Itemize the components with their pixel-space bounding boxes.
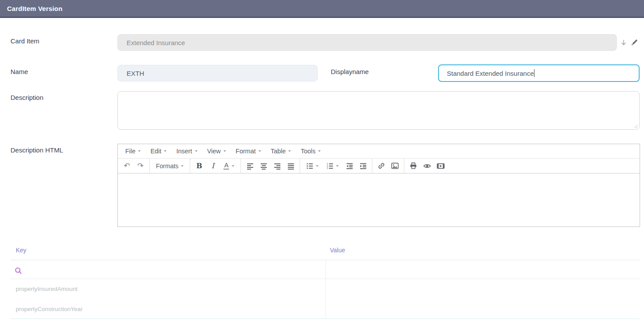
redo-icon: ↷ <box>137 162 143 170</box>
text-color-icon: A <box>223 162 229 170</box>
menu-table[interactable]: Table <box>266 144 296 158</box>
editor-toolbar: ↶ ↷ Formats B I <box>118 159 640 173</box>
carditem-version-page: CardItem Version Card Item Extended Insu… <box>0 0 644 322</box>
filter-row-divider <box>11 279 640 279</box>
chevron-down-icon <box>258 150 261 152</box>
bullet-list-button[interactable] <box>302 160 322 172</box>
page-title: CardItem Version <box>7 5 63 12</box>
italic-icon: I <box>212 162 214 170</box>
bold-icon: B <box>196 162 202 170</box>
column-header-key[interactable]: Key <box>16 247 26 254</box>
chevron-down-icon <box>164 150 166 152</box>
menu-edit[interactable]: Edit <box>145 144 171 158</box>
bullet-list-icon <box>306 163 313 170</box>
column-header-value[interactable]: Value <box>330 247 345 254</box>
indent-icon <box>360 163 367 170</box>
align-left-button[interactable] <box>243 160 257 172</box>
undo-button[interactable]: ↶ <box>120 160 134 172</box>
align-justify-icon <box>287 163 294 170</box>
redo-button[interactable]: ↷ <box>134 160 147 172</box>
menu-file[interactable]: File <box>120 144 145 158</box>
insert-media-button[interactable] <box>434 160 447 172</box>
resize-grip-icon[interactable] <box>634 124 638 128</box>
pencil-icon <box>631 39 638 46</box>
chevron-down-icon <box>181 165 184 167</box>
formats-dropdown[interactable]: Formats <box>152 160 188 172</box>
print-button[interactable] <box>407 160 420 172</box>
chevron-down-icon <box>336 165 339 167</box>
align-right-icon <box>274 163 281 170</box>
card-item-dropdown-button[interactable] <box>619 38 628 47</box>
card-item-input[interactable]: Extended Insurance <box>117 34 617 51</box>
chevron-down-icon <box>223 150 226 152</box>
menu-view[interactable]: View <box>202 144 231 158</box>
displayname-input[interactable]: Standard Extended Insurance <box>438 64 640 82</box>
align-right-button[interactable] <box>270 160 284 172</box>
eye-icon <box>423 162 431 170</box>
text-color-button[interactable]: A <box>219 160 238 172</box>
menu-insert[interactable]: Insert <box>171 144 202 158</box>
chevron-down-icon <box>288 150 291 152</box>
table-row-key[interactable]: propertyInsuredAmount <box>16 286 78 292</box>
filter-search-button[interactable] <box>14 267 22 275</box>
link-icon <box>378 162 385 170</box>
name-value: EXTH <box>127 70 144 77</box>
table-header-divider <box>11 260 640 260</box>
italic-button[interactable]: I <box>206 160 219 172</box>
bold-button[interactable]: B <box>192 160 206 172</box>
description-textarea[interactable] <box>117 91 640 130</box>
insert-image-button[interactable] <box>388 160 402 172</box>
chevron-down-icon <box>318 150 321 152</box>
svg-text:3: 3 <box>327 167 329 170</box>
insert-link-button[interactable] <box>375 160 388 172</box>
align-justify-button[interactable] <box>284 160 297 172</box>
search-icon <box>14 267 22 275</box>
numbered-list-icon: 123 <box>326 163 333 170</box>
table-bottom-border <box>11 318 640 319</box>
image-icon <box>391 162 399 170</box>
chevron-down-icon <box>138 150 141 152</box>
print-icon <box>410 162 417 170</box>
chevron-down-icon <box>195 150 198 152</box>
description-label: Description <box>11 94 43 101</box>
outdent-icon <box>346 163 353 170</box>
down-arrow-icon <box>620 39 627 46</box>
card-item-value: Extended Insurance <box>127 39 185 46</box>
indent-button[interactable] <box>356 160 370 172</box>
numbered-list-button[interactable]: 123 <box>322 160 343 172</box>
align-center-button[interactable] <box>257 160 270 172</box>
media-icon <box>437 162 445 170</box>
preview-button[interactable] <box>420 160 434 172</box>
name-input[interactable]: EXTH <box>117 65 318 81</box>
richtext-editor: File Edit Insert View Format Table Tools <box>117 144 640 227</box>
description-html-label: Description HTML <box>11 146 63 154</box>
chevron-down-icon <box>232 165 234 167</box>
chevron-down-icon <box>316 165 318 167</box>
card-item-label: Card Item <box>11 37 39 45</box>
table-column-divider <box>326 260 326 319</box>
undo-icon: ↶ <box>124 162 130 170</box>
displayname-value: Standard Extended Insurance <box>447 70 534 77</box>
displayname-label: Displayname <box>331 68 369 75</box>
table-row-key[interactable]: propertyConstructionYear <box>16 306 83 312</box>
text-cursor <box>534 69 534 77</box>
card-item-edit-button[interactable] <box>630 37 639 47</box>
page-header: CardItem Version <box>0 0 644 18</box>
editor-menubar: File Edit Insert View Format Table Tools <box>118 144 640 159</box>
name-label: Name <box>11 68 28 75</box>
menu-tools[interactable]: Tools <box>296 144 326 158</box>
editor-content-area[interactable] <box>118 173 640 226</box>
menu-format[interactable]: Format <box>231 144 266 158</box>
align-left-icon <box>247 163 254 170</box>
align-center-icon <box>260 163 267 170</box>
outdent-button[interactable] <box>343 160 356 172</box>
